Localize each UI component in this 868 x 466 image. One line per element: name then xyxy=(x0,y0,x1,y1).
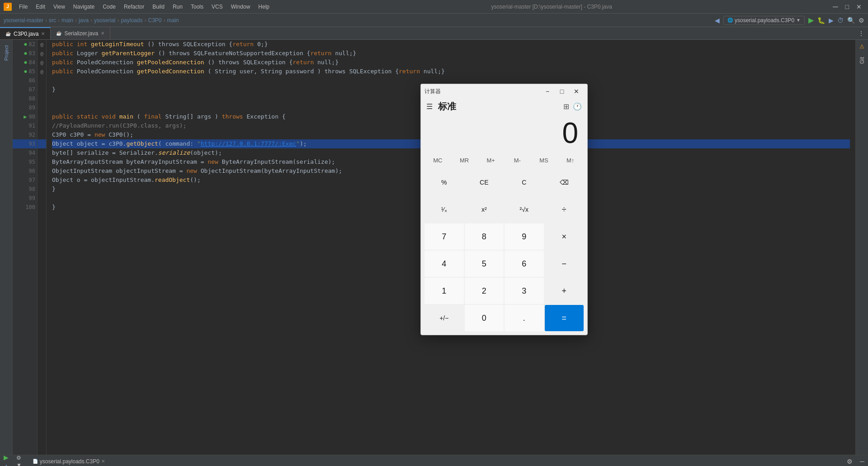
run-play-button[interactable]: ▶ xyxy=(4,454,9,461)
calc-ms-button[interactable]: MS xyxy=(531,154,557,166)
bc-src[interactable]: src xyxy=(49,17,56,24)
settings-button[interactable]: ⚙ xyxy=(859,17,864,24)
app-logo: J xyxy=(4,3,12,11)
calc-memory-row: MC MR M+ M- MS M↑ xyxy=(421,154,587,168)
calc-mminus-button[interactable]: M- xyxy=(504,154,531,166)
notifications-icon[interactable]: ⚠ xyxy=(859,43,864,50)
menu-edit[interactable]: Edit xyxy=(32,2,49,12)
calc-7-button[interactable]: 7 xyxy=(425,223,464,250)
more-tabs-button[interactable]: ⋮ xyxy=(854,30,868,37)
bc-java[interactable]: java xyxy=(79,17,89,24)
calc-minimize-button[interactable]: − xyxy=(540,85,555,98)
menu-code[interactable]: Code xyxy=(99,2,119,12)
calc-mup-button[interactable]: M↑ xyxy=(557,154,584,166)
bc-sep2: › xyxy=(58,17,60,24)
run-tool-1[interactable]: ⚙ xyxy=(16,455,22,461)
bc-c3p0[interactable]: C3P0 xyxy=(148,17,161,24)
calc-1-button[interactable]: 1 xyxy=(425,278,464,304)
calc-2-button[interactable]: 2 xyxy=(465,278,504,304)
run-tab-close[interactable]: ✕ xyxy=(101,459,105,464)
menu-run[interactable]: Run xyxy=(169,2,186,12)
calc-0-button[interactable]: 0 xyxy=(465,305,504,331)
menu-help[interactable]: Help xyxy=(255,2,273,12)
calc-3-button[interactable]: 3 xyxy=(505,278,544,304)
calc-history-icon[interactable]: 🕐 xyxy=(573,102,582,111)
calc-mode-header: ☰ 标准 ⊞ 🕐 xyxy=(421,99,587,114)
debug-button[interactable]: 🐛 xyxy=(817,17,825,24)
calc-ce-button[interactable]: CE xyxy=(465,169,504,195)
calc-sqrt-button[interactable]: ²√x xyxy=(505,196,544,223)
bc-payloads[interactable]: payloads xyxy=(121,17,142,24)
run-config[interactable]: 🌐 ysoserial.payloads.C3P0 ▼ xyxy=(723,16,805,25)
calc-mplus-button[interactable]: M+ xyxy=(477,154,504,166)
calc-mode-icon[interactable]: ⊞ xyxy=(563,102,569,111)
tab-serializer[interactable]: ☕ Serializer.java ✕ xyxy=(51,27,110,39)
vcs-icon[interactable]: Git xyxy=(857,53,867,67)
calc-mode-title: 标准 xyxy=(438,100,563,113)
bc-sep3: › xyxy=(75,17,77,24)
close-button[interactable]: ✕ xyxy=(854,2,864,11)
bc-project[interactable]: ysoserial-master xyxy=(4,17,43,24)
menu-view[interactable]: View xyxy=(50,2,69,12)
left-sidebar: Project xyxy=(0,40,13,455)
menubar: J File Edit View Navigate Code Refactor … xyxy=(0,0,868,14)
bc-ysoserial[interactable]: ysoserial xyxy=(94,17,115,24)
run-panel: ▶ ▲ ⚙ ▼ 📄 ysoserial.payloads.C3P0 ✕ ⚙ ─ … xyxy=(0,455,868,466)
run-settings-icon[interactable]: ⚙ xyxy=(847,458,853,465)
calc-multiply-button[interactable]: × xyxy=(545,223,584,250)
tab-close-serializer[interactable]: ✕ xyxy=(101,31,104,36)
calc-c-button[interactable]: C xyxy=(505,169,544,195)
calc-buttons-grid: % CE C ⌫ ¹⁄ₓ x² ²√x ÷ 7 8 9 × 4 5 6 − 1 … xyxy=(421,168,587,335)
run-button[interactable]: ▶ xyxy=(808,16,814,24)
calc-mc-button[interactable]: MC xyxy=(425,154,451,166)
calc-9-button[interactable]: 9 xyxy=(505,223,544,250)
calc-square-button[interactable]: x² xyxy=(465,196,504,223)
run-header: ▶ ▲ ⚙ ▼ 📄 ysoserial.payloads.C3P0 ✕ ⚙ ─ xyxy=(0,455,868,466)
calc-add-button[interactable]: + xyxy=(545,278,584,304)
bc-main[interactable]: main xyxy=(61,17,73,24)
calc-subtract-button[interactable]: − xyxy=(545,251,584,277)
menu-refactor[interactable]: Refactor xyxy=(120,2,148,12)
calc-negate-button[interactable]: +/− xyxy=(425,305,464,331)
run-minimize-icon[interactable]: ─ xyxy=(860,458,864,465)
menu-file[interactable]: File xyxy=(15,2,31,12)
menu-navigate[interactable]: Navigate xyxy=(70,2,98,12)
project-icon[interactable]: Project xyxy=(2,42,11,64)
run-tool-2[interactable]: ▼ xyxy=(16,462,22,466)
menu-vcs[interactable]: VCS xyxy=(208,2,226,12)
calc-divide-button[interactable]: ÷ xyxy=(545,196,584,223)
tab-close-c3p0[interactable]: ✕ xyxy=(41,31,45,36)
minimize-button[interactable]: ─ xyxy=(830,2,840,12)
run-up-button[interactable]: ▲ xyxy=(4,463,9,466)
menu-window[interactable]: Window xyxy=(227,2,254,12)
run-tab[interactable]: 📄 ysoserial.payloads.C3P0 ✕ xyxy=(29,456,108,466)
profile-button[interactable]: ⏱ xyxy=(837,17,844,24)
calc-8-button[interactable]: 8 xyxy=(465,223,504,250)
calc-mr-button[interactable]: MR xyxy=(451,154,478,166)
menu-tools[interactable]: Tools xyxy=(187,2,207,12)
coverage-button[interactable]: ▶ xyxy=(829,17,834,24)
calc-reciprocal-button[interactable]: ¹⁄ₓ xyxy=(425,196,464,223)
calc-maximize-button[interactable]: □ xyxy=(555,85,569,98)
menu-build[interactable]: Build xyxy=(149,2,168,12)
back-button[interactable]: ◀ xyxy=(715,17,720,24)
tab-c3p0[interactable]: ☕ C3P0.java ✕ xyxy=(0,27,51,39)
calc-5-button[interactable]: 5 xyxy=(465,251,504,277)
bc-sep1: › xyxy=(45,17,47,24)
bc-fn[interactable]: main xyxy=(167,17,179,24)
gutter-markers: @ @ @ @ xyxy=(38,40,47,455)
line-numbers: ●82 ●83 ●84 ●85 86 87 88 xyxy=(13,40,38,455)
maximize-button[interactable]: □ xyxy=(843,2,852,11)
menu-items: File Edit View Navigate Code Refactor Bu… xyxy=(15,2,273,12)
calc-close-button[interactable]: ✕ xyxy=(569,85,584,98)
calc-backspace-button[interactable]: ⌫ xyxy=(545,169,584,195)
calc-4-button[interactable]: 4 xyxy=(425,251,464,277)
calc-menu-icon[interactable]: ☰ xyxy=(426,102,433,111)
right-sidebar: ⚠ Git xyxy=(855,40,868,455)
calc-6-button[interactable]: 6 xyxy=(505,251,544,277)
search-button[interactable]: 🔍 xyxy=(847,17,855,24)
calc-equals-button[interactable]: = xyxy=(545,305,584,331)
calculator-window: 计算器 − □ ✕ ☰ 标准 ⊞ 🕐 0 MC MR M+ M- MS M↑ %… xyxy=(420,84,588,335)
calc-percent-button[interactable]: % xyxy=(425,169,464,195)
calc-decimal-button[interactable]: . xyxy=(505,305,544,331)
